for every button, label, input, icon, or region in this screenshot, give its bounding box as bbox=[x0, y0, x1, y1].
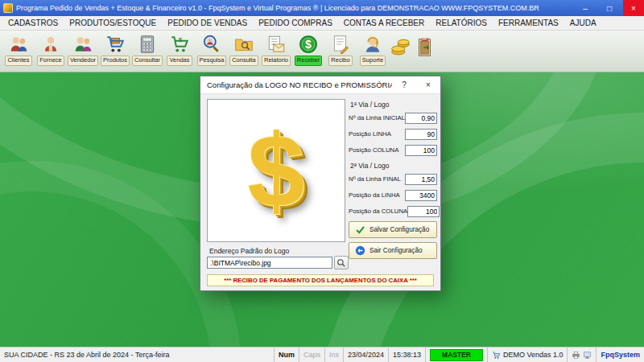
group-2-header: 2ª Via / Logo bbox=[350, 162, 389, 170]
toolbar-suporte-label: Suporte bbox=[360, 56, 386, 66]
posicao-linha-2-label: Posição da LINHA bbox=[349, 191, 400, 199]
field-row: Nº da Linha INICIAL bbox=[349, 112, 437, 124]
menu-produtos-estoque[interactable]: PRODUTOS/ESTOQUE bbox=[64, 16, 162, 30]
dialog-body: $ 1ª Via / Logo Nº da Linha INICIAL Posi… bbox=[200, 94, 440, 290]
printer-icon[interactable] bbox=[572, 351, 580, 360]
report-icon bbox=[266, 34, 287, 55]
logo-config-dialog: Configuração da LOGO NO RECIBO e PROMISS… bbox=[200, 76, 441, 291]
maximize-button[interactable]: □ bbox=[599, 0, 620, 16]
toolbar-recibo-button[interactable]: Recibo bbox=[324, 32, 357, 66]
magnifier-icon bbox=[336, 258, 346, 268]
menubar: CADASTROS PRODUTOS/ESTOQUE PEDIDO DE VEN… bbox=[0, 16, 644, 31]
minimize-button[interactable]: – bbox=[575, 0, 596, 16]
toolbar-suporte-button[interactable]: Suporte bbox=[357, 32, 389, 66]
menu-pedido-de-vendas[interactable]: PEDIDO DE VENDAS bbox=[162, 16, 253, 30]
cart-mini-icon bbox=[492, 351, 501, 360]
menu-ajuda[interactable]: AJUDA bbox=[564, 16, 602, 30]
toolbar-vendedor-button[interactable]: Vendedor bbox=[67, 32, 99, 66]
products-cart-icon bbox=[105, 34, 126, 55]
menu-pedido-compras[interactable]: PEDIDO COMPRAS bbox=[253, 16, 338, 30]
toolbar-consultar-button[interactable]: Consultar bbox=[131, 32, 163, 66]
status-user-segment: MASTER bbox=[426, 348, 488, 362]
toolbar: Clientes Fornece Vendedor Produtos Consu… bbox=[0, 31, 644, 72]
status-date: 23/04/2024 bbox=[344, 348, 389, 362]
supplier-icon bbox=[40, 34, 61, 55]
logo-path-input[interactable] bbox=[207, 257, 332, 269]
check-icon bbox=[355, 224, 365, 235]
posicao-coluna-1-input[interactable] bbox=[405, 145, 437, 156]
menu-ferramentas[interactable]: FERRAMENTAS bbox=[493, 16, 564, 30]
statusbar: SUA CIDADE - RS 23 de Abril de 2024 - Te… bbox=[0, 347, 644, 362]
status-location: SUA CIDADE - RS 23 de Abril de 2024 - Te… bbox=[0, 348, 275, 362]
toolbar-vendas-button[interactable]: $ Vendas bbox=[163, 32, 196, 66]
close-button[interactable]: × bbox=[623, 0, 644, 16]
field-row: Posição COLUNA bbox=[349, 144, 437, 156]
toolbar-produtos-button[interactable]: Produtos bbox=[99, 32, 131, 66]
seller-icon bbox=[72, 34, 93, 55]
toolbar-consultar-label: Consultar bbox=[132, 56, 163, 66]
app-icon bbox=[3, 3, 13, 13]
posicao-coluna-2-input[interactable] bbox=[407, 206, 440, 217]
window-title: Programa Pedido de Vendas + Estoque & Fi… bbox=[16, 4, 572, 12]
linha-final-label: Nº da Linha FINAL bbox=[349, 175, 401, 183]
linha-final-input[interactable] bbox=[405, 174, 437, 185]
save-config-label: Salvar Configuração bbox=[369, 226, 429, 233]
posicao-linha-1-input[interactable] bbox=[405, 129, 437, 140]
toolbar-relatorio-label: Relatório bbox=[262, 56, 291, 66]
user-badge: MASTER bbox=[430, 349, 483, 361]
logo-path-browse-button[interactable] bbox=[334, 256, 349, 269]
calculator-icon bbox=[137, 34, 158, 55]
menu-contas-a-receber[interactable]: CONTAS A RECEBER bbox=[338, 16, 430, 30]
toolbar-receber-label: Receber bbox=[295, 56, 322, 66]
toolbar-fornecedor-label: Fornece bbox=[37, 56, 64, 66]
group-1-header: 1ª Via / Logo bbox=[350, 101, 389, 109]
app-window: Programa Pedido de Vendas + Estoque & Fi… bbox=[0, 0, 644, 362]
toolbar-receber-button[interactable]: $ Receber bbox=[292, 32, 324, 66]
save-config-button[interactable]: Salvar Configuração bbox=[349, 221, 437, 238]
dialog-title: Configuração da LOGO NO RECIBO e PROMISS… bbox=[207, 80, 392, 89]
toolbar-clientes-button[interactable]: Clientes bbox=[2, 32, 35, 66]
toolbar-consulta-label: Consulta bbox=[229, 56, 258, 66]
logo-preview: $ bbox=[207, 99, 345, 242]
back-arrow-icon bbox=[355, 245, 365, 256]
toolbar-fornecedor-button[interactable]: Fornece bbox=[35, 32, 67, 66]
toolbar-vendedor-label: Vendedor bbox=[68, 56, 98, 66]
coins-icon bbox=[390, 37, 411, 58]
exit-door-icon: EXIT bbox=[415, 37, 436, 58]
linha-inicial-input[interactable] bbox=[405, 113, 437, 124]
menu-cadastros[interactable]: CADASTROS bbox=[2, 16, 64, 30]
toolbar-consulta-button[interactable]: Consulta bbox=[228, 32, 260, 66]
menu-relatorios[interactable]: RELATÓRIOS bbox=[430, 16, 493, 30]
status-insert: Ins bbox=[325, 348, 344, 362]
posicao-linha-2-input[interactable] bbox=[405, 190, 437, 201]
posicao-coluna-1-label: Posição COLUNA bbox=[349, 146, 398, 154]
desktop-area: Configuração da LOGO NO RECIBO e PROMISS… bbox=[0, 72, 644, 347]
posicao-coluna-2-label: Posição da COLUNA bbox=[349, 208, 407, 215]
toolbar-clientes-label: Clientes bbox=[5, 56, 31, 66]
status-brand: FpqSystem bbox=[597, 348, 644, 362]
status-version: DEMO Vendas 1.0 bbox=[488, 348, 568, 362]
status-num-lock: Num bbox=[275, 348, 299, 362]
sales-cart-icon: $ bbox=[169, 34, 190, 55]
toolbar-relatorio-button[interactable]: Relatório bbox=[260, 32, 292, 66]
svg-text:EXIT: EXIT bbox=[423, 38, 428, 41]
field-row: Posição da LINHA bbox=[349, 189, 437, 201]
monitor-icon[interactable] bbox=[583, 351, 592, 360]
status-icons bbox=[568, 348, 597, 362]
field-row: Posição da COLUNA bbox=[349, 205, 437, 217]
dialog-help-button[interactable]: ? bbox=[392, 76, 416, 94]
dialog-titlebar[interactable]: Configuração da LOGO NO RECIBO e PROMISS… bbox=[200, 76, 440, 94]
dollar-logo-image: $ bbox=[247, 119, 304, 222]
exit-config-button[interactable]: Sair Configuração bbox=[349, 242, 437, 259]
posicao-linha-1-label: Posição LINHA bbox=[349, 130, 391, 138]
toolbar-exit-button[interactable]: EXIT bbox=[413, 32, 437, 58]
toolbar-produtos-label: Produtos bbox=[101, 56, 130, 66]
support-icon bbox=[362, 34, 383, 55]
toolbar-coins-button[interactable] bbox=[389, 32, 413, 58]
exit-config-label: Sair Configuração bbox=[369, 247, 423, 254]
linha-inicial-label: Nº da Linha INICIAL bbox=[349, 114, 405, 121]
toolbar-pesquisa-button[interactable]: Pesquisa bbox=[196, 32, 228, 66]
svg-text:$: $ bbox=[305, 38, 312, 51]
dialog-close-button[interactable]: × bbox=[416, 76, 440, 94]
receipt-icon bbox=[330, 34, 351, 55]
